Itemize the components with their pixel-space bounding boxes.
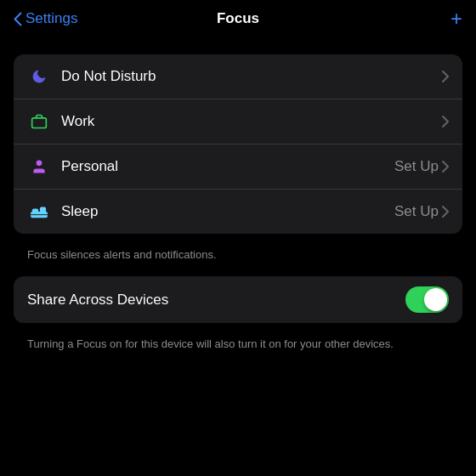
list-item[interactable]: Personal Set Up [14, 144, 462, 190]
set-up-label: Set Up [394, 203, 439, 220]
item-label: Sleep [61, 203, 394, 220]
share-toggle[interactable] [405, 286, 449, 313]
page-title: Focus [217, 10, 259, 27]
add-button[interactable]: + [450, 8, 462, 29]
item-label: Personal [61, 158, 394, 175]
set-up-label: Set Up [394, 158, 439, 175]
person-icon [27, 155, 51, 178]
share-item: Share Across Devices [14, 276, 462, 323]
list-item[interactable]: Do Not Disturb [14, 54, 462, 99]
sleep-icon [27, 200, 51, 224]
svg-rect-3 [32, 208, 38, 212]
share-footer: Turning a Focus on for this device will … [14, 330, 462, 366]
svg-rect-4 [40, 207, 46, 213]
focus-footer: Focus silences alerts and notifications. [14, 241, 462, 276]
nav-bar: Settings Focus + [0, 0, 476, 37]
item-label: Work [61, 113, 442, 130]
item-action [442, 116, 449, 128]
moon-icon [27, 65, 51, 88]
share-section: Share Across Devices [14, 276, 462, 323]
content: Do Not Disturb Work [0, 37, 476, 366]
item-action [442, 71, 449, 82]
focus-section: Do Not Disturb Work [14, 54, 462, 234]
item-label: Do Not Disturb [61, 68, 442, 85]
share-label: Share Across Devices [27, 292, 405, 309]
svg-rect-0 [32, 118, 47, 128]
toggle-thumb [424, 288, 447, 311]
work-icon [27, 110, 51, 133]
item-action: Set Up [394, 158, 449, 175]
back-button[interactable]: Settings [14, 10, 77, 27]
svg-point-1 [37, 161, 42, 167]
back-label: Settings [26, 10, 77, 27]
item-action: Set Up [394, 203, 449, 220]
list-item[interactable]: Work [14, 99, 462, 144]
list-item[interactable]: Sleep Set Up [14, 190, 462, 234]
